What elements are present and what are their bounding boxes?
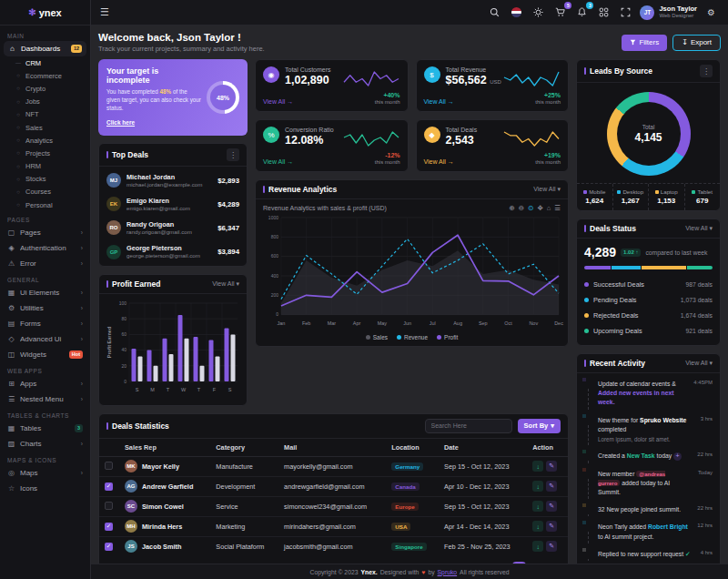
settings-gear-icon[interactable]: ⚙ [703, 5, 719, 20]
kpi-text: Total Customers1,02,890 [285, 66, 331, 86]
sidebar-subitem-ecommerce[interactable]: ○Ecommerce [0, 69, 90, 82]
user-chip[interactable]: JT Json Taylor Web Designer [640, 5, 697, 20]
download-action-button[interactable]: ↓ [532, 481, 543, 492]
sidebar-item-icons[interactable]: ☆Icons [0, 481, 90, 496]
edit-action-button[interactable]: ✎ [546, 541, 557, 552]
kpi-card-total-customers: ◉Total Customers1,02,890 View All →+40%t… [255, 59, 409, 112]
notifications-icon[interactable]: 3 [574, 5, 590, 20]
donut-center-value: 4,145 [634, 131, 662, 144]
sidebar-subitem-analytics[interactable]: ○Analytics [0, 134, 90, 147]
edit-action-button[interactable]: ✎ [546, 501, 557, 512]
logo[interactable]: ✻ ynex [0, 0, 90, 25]
export-button[interactable]: ↧Export [672, 35, 721, 51]
activity-segment: ✓ [685, 551, 691, 557]
kpi-view-all-link[interactable]: View All → [263, 98, 293, 105]
filters-button[interactable]: Filters [622, 35, 667, 51]
menu-toggle-icon[interactable]: ☰ [100, 6, 109, 18]
sidebar-item-pages[interactable]: ▢Pages› [0, 225, 90, 240]
svg-text:60: 60 [121, 331, 126, 337]
download-action-button[interactable]: ↓ [532, 521, 543, 532]
activity-text: Update of calendar events & Added new ev… [598, 380, 684, 408]
chevron-right-icon: › [81, 396, 83, 402]
leads-legend-label: Tablet [687, 188, 719, 195]
selection-zoom-icon[interactable]: ⊙ [528, 204, 533, 212]
target-click-here-link[interactable]: Click here [106, 119, 135, 126]
fullscreen-icon[interactable] [618, 5, 633, 20]
sidebar-item-label: Utilities [20, 304, 76, 312]
pan-icon[interactable]: ✥ [537, 204, 542, 212]
flag-icon[interactable] [509, 5, 524, 20]
sidebar-item-tables[interactable]: ▦Tables3 [0, 421, 90, 436]
sidebar-subitem-courses[interactable]: ○Courses [0, 186, 90, 198]
cart-icon[interactable]: 5 [552, 5, 568, 20]
sidebar-item-nested-menu[interactable]: ☰Nested Menu› [0, 391, 90, 407]
sales-rep-name: Simon Cowel [142, 503, 184, 511]
kpi-view-all-link[interactable]: View All → [424, 98, 454, 105]
bullet-icon: ○ [15, 164, 21, 169]
kpi-value: $56,562 USD [446, 74, 501, 86]
kebab-menu-icon[interactable]: ⋮ [700, 65, 713, 77]
sidebar-subitem-hrm[interactable]: ○HRM [0, 160, 90, 173]
customers-icon: ◉ [263, 66, 279, 83]
category-cell: Manufacture [210, 456, 278, 476]
timeline [584, 452, 592, 461]
sales-rep-cell: MKMayor Kelly [125, 460, 205, 472]
row-checkbox[interactable]: ✓ [105, 543, 113, 551]
sidebar-subitem-jobs[interactable]: ○Jobs [0, 96, 90, 108]
zoom-out-icon[interactable]: ⊖ [519, 204, 524, 212]
target-progress-label: 48% [210, 85, 236, 110]
deals-status-view-all[interactable]: View All ▾ [685, 225, 713, 232]
row-checkbox[interactable] [105, 502, 113, 510]
edit-action-button[interactable]: ✎ [546, 521, 557, 532]
sidebar-item-maps[interactable]: ◎Maps› [0, 465, 90, 481]
sidebar-item-label: Error [20, 259, 76, 268]
activity-item: Update of calendar events & Added new ev… [584, 380, 713, 416]
kebab-menu-icon[interactable]: ⋮ [227, 148, 239, 161]
home-icon[interactable]: ⌂ [547, 204, 551, 212]
sidebar-subitem-stocks[interactable]: ○Stocks [0, 173, 90, 186]
row-checkbox[interactable]: ✓ [105, 523, 113, 531]
download-action-button[interactable]: ↓ [532, 461, 543, 472]
activity-view-all[interactable]: View All ▾ [685, 360, 713, 367]
menu-icon[interactable]: ☰ [554, 204, 561, 212]
kpi-view-all-link[interactable]: View All → [263, 158, 293, 165]
edit-action-button[interactable]: ✎ [546, 461, 557, 472]
sidebar-item-authentication[interactable]: ◈Authentication› [0, 240, 90, 256]
conversion-icon: % [263, 127, 279, 143]
sidebar-subitem-crypto[interactable]: ○Crypto [0, 82, 90, 95]
sidebar-item-apps[interactable]: ⊞Apps› [0, 376, 90, 391]
edit-action-button[interactable]: ✎ [546, 481, 557, 492]
sidebar-item-error[interactable]: ⚠Error› [0, 256, 90, 271]
row-checkbox[interactable]: ✓ [105, 482, 113, 491]
zoom-in-icon[interactable]: ⊕ [510, 204, 515, 212]
activity-text: New theme for Spruko Website completedLo… [598, 416, 692, 444]
row-checkbox[interactable] [105, 462, 113, 470]
kpi-view-all-link[interactable]: View All → [424, 158, 454, 165]
sidebar-item-utilities[interactable]: ⚙Utilities› [0, 300, 90, 316]
sidebar-item-charts[interactable]: ▨Charts› [0, 436, 90, 452]
svg-text:40: 40 [121, 347, 126, 352]
sidebar-subitem-projects[interactable]: ○Projects [0, 147, 90, 159]
bullet-icon: ○ [15, 189, 21, 195]
sidebar-item-dashboards[interactable]: ⌂Dashboards12 [4, 41, 86, 56]
bullet-icon: ○ [15, 150, 21, 156]
apps-grid-icon[interactable] [596, 5, 612, 20]
download-action-button[interactable]: ↓ [532, 501, 543, 512]
footer-designer-link[interactable]: Spruko [438, 569, 458, 575]
sidebar-item-forms[interactable]: ▤Forms› [0, 316, 90, 331]
sidebar-subitem-nft[interactable]: ○NFT [0, 108, 90, 121]
sidebar-item-advanced-ui[interactable]: ◇Advanced Ui› [0, 331, 90, 347]
download-action-button[interactable]: ↓ [532, 541, 543, 552]
sidebar-item-ui-elements[interactable]: ▦Ui Elements› [0, 285, 90, 300]
revenue-view-all[interactable]: View All ▾ [533, 186, 561, 193]
sidebar-subitem-sales[interactable]: ○Sales [0, 121, 90, 134]
sidebar-subitem-personal[interactable]: ○Personal [0, 198, 90, 211]
profit-view-all[interactable]: View All ▾ [212, 280, 239, 288]
theme-toggle-icon[interactable] [531, 5, 546, 20]
sort-by-button[interactable]: Sort By ▾ [518, 419, 561, 433]
leads-legend-value: 679 [687, 197, 719, 205]
search-icon[interactable] [487, 5, 502, 20]
search-input[interactable] [425, 419, 512, 433]
sidebar-item-widgets[interactable]: ◫WidgetsHot [0, 347, 90, 362]
sidebar-subitem-crm[interactable]: —CRM [0, 56, 90, 69]
